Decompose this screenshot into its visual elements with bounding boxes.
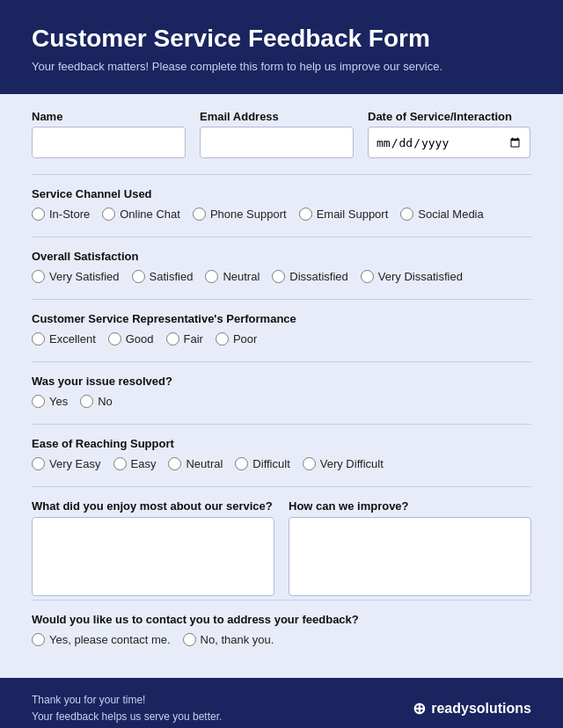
- radio-no[interactable]: No: [80, 395, 113, 408]
- radio-yes[interactable]: Yes: [32, 395, 68, 408]
- radio-difficult[interactable]: Difficult: [235, 457, 289, 470]
- page-header: Customer Service Feedback Form Your feed…: [0, 0, 563, 94]
- footer-text: Thank you for your time! Your feedback h…: [32, 692, 222, 725]
- radio-good[interactable]: Good: [108, 332, 154, 346]
- top-fields-row: Name Email Address Date of Service/Inter…: [32, 110, 531, 158]
- improve-group: How can we improve?: [289, 499, 531, 596]
- divider-4: [32, 361, 531, 362]
- page-footer: Thank you for your time! Your feedback h…: [0, 678, 563, 728]
- enjoy-label: What did you enjoy most about our servic…: [32, 499, 274, 513]
- enjoy-textarea[interactable]: [32, 517, 274, 596]
- divider-5: [32, 424, 531, 425]
- radio-very-dissatisfied[interactable]: Very Dissatisfied: [361, 270, 463, 283]
- service-channel-label: Service Channel Used: [32, 187, 531, 200]
- improve-textarea[interactable]: [289, 517, 531, 596]
- radio-poor[interactable]: Poor: [216, 332, 257, 346]
- brand-name: readysolutions: [431, 701, 531, 717]
- contact-label: Would you like us to contact you to addr…: [32, 613, 531, 626]
- footer-line1: Thank you for your time!: [32, 692, 222, 709]
- radio-very-difficult[interactable]: Very Difficult: [303, 457, 384, 470]
- radio-satisfied[interactable]: Satisfied: [132, 270, 194, 283]
- improve-label: How can we improve?: [289, 499, 531, 513]
- radio-no-contact[interactable]: No, thank you.: [183, 633, 274, 646]
- form-body: Name Email Address Date of Service/Inter…: [0, 94, 563, 671]
- issue-resolved-label: Was your issue resolved?: [32, 375, 531, 388]
- divider-7: [32, 600, 531, 601]
- radio-social-media[interactable]: Social Media: [400, 207, 483, 221]
- textarea-row: What did you enjoy most about our servic…: [32, 499, 531, 596]
- brand-logo: ⊕ readysolutions: [413, 699, 531, 718]
- radio-very-satisfied[interactable]: Very Satisfied: [32, 270, 120, 283]
- radio-email-support[interactable]: Email Support: [299, 207, 389, 221]
- radio-fair[interactable]: Fair: [166, 332, 203, 346]
- footer-line2: Your feedback helps us serve you better.: [32, 709, 222, 725]
- radio-in-store[interactable]: In-Store: [32, 207, 90, 221]
- overall-satisfaction-label: Overall Satisfaction: [32, 250, 531, 263]
- divider-1: [32, 174, 531, 175]
- radio-very-easy[interactable]: Very Easy: [32, 457, 101, 470]
- contact-options: Yes, please contact me. No, thank you.: [32, 633, 531, 646]
- radio-dissatisfied[interactable]: Dissatisfied: [272, 270, 347, 283]
- radio-phone-support[interactable]: Phone Support: [193, 207, 287, 221]
- name-field-group: Name: [32, 110, 186, 158]
- radio-yes-contact[interactable]: Yes, please contact me.: [32, 633, 171, 646]
- rep-performance-label: Customer Service Representative's Perfor…: [32, 312, 531, 325]
- page-subtitle: Your feedback matters! Please complete t…: [32, 60, 531, 73]
- divider-2: [32, 237, 531, 237]
- divider-6: [32, 486, 531, 487]
- date-field-group: Date of Service/Interaction: [368, 110, 530, 158]
- service-channel-section: Service Channel Used In-Store Online Cha…: [32, 187, 531, 221]
- radio-neutral[interactable]: Neutral: [205, 270, 260, 283]
- date-label: Date of Service/Interaction: [368, 110, 530, 123]
- contact-section: Would you like us to contact you to addr…: [32, 613, 531, 646]
- email-label: Email Address: [200, 110, 354, 123]
- ease-reaching-section: Ease of Reaching Support Very Easy Easy …: [32, 437, 531, 470]
- radio-easy[interactable]: Easy: [113, 457, 157, 470]
- ease-reaching-label: Ease of Reaching Support: [32, 437, 531, 450]
- overall-satisfaction-section: Overall Satisfaction Very Satisfied Sati…: [32, 250, 531, 283]
- radio-neutral-ease[interactable]: Neutral: [168, 457, 223, 470]
- ease-reaching-options: Very Easy Easy Neutral Difficult Very Di…: [32, 457, 531, 470]
- email-input[interactable]: [200, 127, 354, 158]
- radio-online-chat[interactable]: Online Chat: [102, 207, 180, 221]
- brand-icon: ⊕: [413, 699, 426, 718]
- page-title: Customer Service Feedback Form: [32, 25, 531, 53]
- date-input[interactable]: [368, 127, 530, 158]
- enjoy-group: What did you enjoy most about our servic…: [32, 499, 274, 596]
- issue-resolved-section: Was your issue resolved? Yes No: [32, 375, 531, 408]
- radio-excellent[interactable]: Excellent: [32, 332, 96, 346]
- issue-resolved-options: Yes No: [32, 395, 531, 408]
- divider-3: [32, 299, 531, 300]
- email-field-group: Email Address: [200, 110, 354, 158]
- name-input[interactable]: [32, 127, 186, 158]
- overall-satisfaction-options: Very Satisfied Satisfied Neutral Dissati…: [32, 270, 531, 283]
- rep-performance-section: Customer Service Representative's Perfor…: [32, 312, 531, 346]
- rep-performance-options: Excellent Good Fair Poor: [32, 332, 531, 346]
- service-channel-options: In-Store Online Chat Phone Support Email…: [32, 207, 531, 221]
- name-label: Name: [32, 110, 186, 123]
